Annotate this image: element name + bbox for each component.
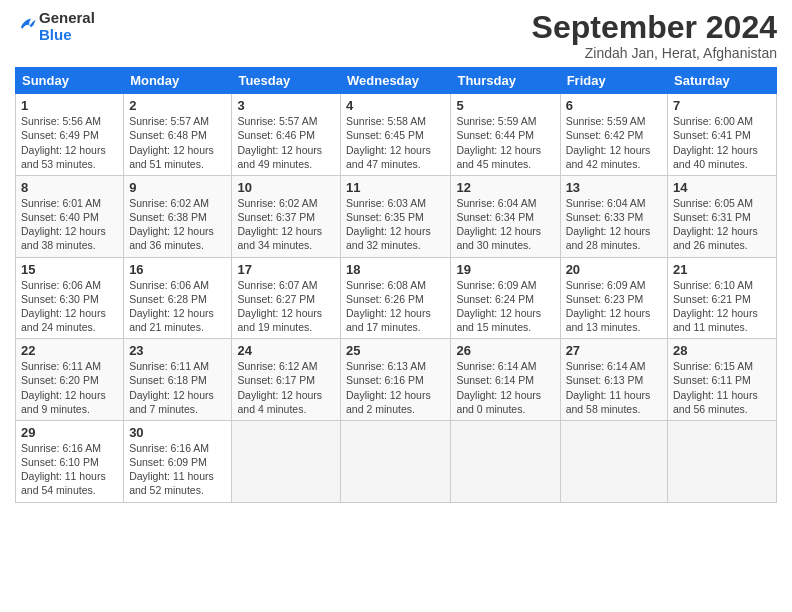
calendar-cell: 15Sunrise: 6:06 AMSunset: 6:30 PMDayligh… [16,257,124,339]
calendar-cell: 13Sunrise: 6:04 AMSunset: 6:33 PMDayligh… [560,175,667,257]
day-number: 16 [129,262,226,277]
day-number: 26 [456,343,554,358]
day-number: 19 [456,262,554,277]
calendar-header-row: SundayMondayTuesdayWednesdayThursdayFrid… [16,68,777,94]
calendar-cell: 26Sunrise: 6:14 AMSunset: 6:14 PMDayligh… [451,339,560,421]
day-number: 10 [237,180,335,195]
calendar-header-wednesday: Wednesday [341,68,451,94]
day-detail: Sunrise: 6:06 AMSunset: 6:28 PMDaylight:… [129,278,226,335]
day-detail: Sunrise: 6:09 AMSunset: 6:23 PMDaylight:… [566,278,662,335]
day-number: 13 [566,180,662,195]
calendar-week-2: 8Sunrise: 6:01 AMSunset: 6:40 PMDaylight… [16,175,777,257]
day-detail: Sunrise: 6:11 AMSunset: 6:20 PMDaylight:… [21,359,118,416]
day-number: 21 [673,262,771,277]
day-number: 12 [456,180,554,195]
day-detail: Sunrise: 5:57 AMSunset: 6:46 PMDaylight:… [237,114,335,171]
day-detail: Sunrise: 5:59 AMSunset: 6:44 PMDaylight:… [456,114,554,171]
calendar-cell: 23Sunrise: 6:11 AMSunset: 6:18 PMDayligh… [124,339,232,421]
calendar-cell: 20Sunrise: 6:09 AMSunset: 6:23 PMDayligh… [560,257,667,339]
calendar-cell: 10Sunrise: 6:02 AMSunset: 6:37 PMDayligh… [232,175,341,257]
day-detail: Sunrise: 6:04 AMSunset: 6:34 PMDaylight:… [456,196,554,253]
day-number: 11 [346,180,445,195]
day-detail: Sunrise: 6:05 AMSunset: 6:31 PMDaylight:… [673,196,771,253]
calendar-cell: 21Sunrise: 6:10 AMSunset: 6:21 PMDayligh… [668,257,777,339]
day-detail: Sunrise: 6:07 AMSunset: 6:27 PMDaylight:… [237,278,335,335]
header: General Blue September 2024 Zindah Jan, … [15,10,777,61]
calendar-cell: 2Sunrise: 5:57 AMSunset: 6:48 PMDaylight… [124,94,232,176]
day-detail: Sunrise: 6:02 AMSunset: 6:38 PMDaylight:… [129,196,226,253]
day-detail: Sunrise: 6:15 AMSunset: 6:11 PMDaylight:… [673,359,771,416]
title-block: September 2024 Zindah Jan, Herat, Afghan… [532,10,777,61]
day-detail: Sunrise: 6:14 AMSunset: 6:14 PMDaylight:… [456,359,554,416]
day-number: 22 [21,343,118,358]
day-number: 25 [346,343,445,358]
calendar-header-friday: Friday [560,68,667,94]
day-detail: Sunrise: 5:58 AMSunset: 6:45 PMDaylight:… [346,114,445,171]
day-number: 20 [566,262,662,277]
day-number: 1 [21,98,118,113]
day-number: 6 [566,98,662,113]
calendar-cell: 25Sunrise: 6:13 AMSunset: 6:16 PMDayligh… [341,339,451,421]
day-number: 18 [346,262,445,277]
day-number: 29 [21,425,118,440]
day-number: 3 [237,98,335,113]
calendar-cell: 30Sunrise: 6:16 AMSunset: 6:09 PMDayligh… [124,420,232,502]
calendar-header-tuesday: Tuesday [232,68,341,94]
calendar-cell: 4Sunrise: 5:58 AMSunset: 6:45 PMDaylight… [341,94,451,176]
calendar-cell: 14Sunrise: 6:05 AMSunset: 6:31 PMDayligh… [668,175,777,257]
day-detail: Sunrise: 6:00 AMSunset: 6:41 PMDaylight:… [673,114,771,171]
calendar-header-sunday: Sunday [16,68,124,94]
logo-bird-icon [15,14,37,36]
calendar-week-3: 15Sunrise: 6:06 AMSunset: 6:30 PMDayligh… [16,257,777,339]
day-number: 15 [21,262,118,277]
day-number: 5 [456,98,554,113]
day-number: 4 [346,98,445,113]
day-detail: Sunrise: 6:11 AMSunset: 6:18 PMDaylight:… [129,359,226,416]
calendar-week-5: 29Sunrise: 6:16 AMSunset: 6:10 PMDayligh… [16,420,777,502]
calendar-cell: 27Sunrise: 6:14 AMSunset: 6:13 PMDayligh… [560,339,667,421]
logo: General Blue [15,10,95,43]
day-number: 2 [129,98,226,113]
day-number: 24 [237,343,335,358]
calendar-cell: 1Sunrise: 5:56 AMSunset: 6:49 PMDaylight… [16,94,124,176]
calendar-cell: 11Sunrise: 6:03 AMSunset: 6:35 PMDayligh… [341,175,451,257]
calendar-cell: 29Sunrise: 6:16 AMSunset: 6:10 PMDayligh… [16,420,124,502]
day-detail: Sunrise: 6:16 AMSunset: 6:10 PMDaylight:… [21,441,118,498]
calendar-cell: 7Sunrise: 6:00 AMSunset: 6:41 PMDaylight… [668,94,777,176]
calendar-cell: 22Sunrise: 6:11 AMSunset: 6:20 PMDayligh… [16,339,124,421]
calendar-week-4: 22Sunrise: 6:11 AMSunset: 6:20 PMDayligh… [16,339,777,421]
page-container: General Blue September 2024 Zindah Jan, … [0,0,792,513]
calendar-header-saturday: Saturday [668,68,777,94]
logo-general-text: General [39,10,95,27]
day-detail: Sunrise: 6:08 AMSunset: 6:26 PMDaylight:… [346,278,445,335]
calendar-cell: 5Sunrise: 5:59 AMSunset: 6:44 PMDaylight… [451,94,560,176]
calendar-cell [668,420,777,502]
day-number: 27 [566,343,662,358]
calendar-cell: 28Sunrise: 6:15 AMSunset: 6:11 PMDayligh… [668,339,777,421]
calendar-cell: 17Sunrise: 6:07 AMSunset: 6:27 PMDayligh… [232,257,341,339]
location-title: Zindah Jan, Herat, Afghanistan [532,45,777,61]
day-number: 9 [129,180,226,195]
day-detail: Sunrise: 5:59 AMSunset: 6:42 PMDaylight:… [566,114,662,171]
calendar-cell: 3Sunrise: 5:57 AMSunset: 6:46 PMDaylight… [232,94,341,176]
month-title: September 2024 [532,10,777,45]
logo-blue-text: Blue [39,27,95,44]
day-number: 14 [673,180,771,195]
day-number: 17 [237,262,335,277]
day-number: 28 [673,343,771,358]
day-detail: Sunrise: 6:09 AMSunset: 6:24 PMDaylight:… [456,278,554,335]
calendar-cell: 24Sunrise: 6:12 AMSunset: 6:17 PMDayligh… [232,339,341,421]
calendar-cell: 18Sunrise: 6:08 AMSunset: 6:26 PMDayligh… [341,257,451,339]
calendar-cell: 16Sunrise: 6:06 AMSunset: 6:28 PMDayligh… [124,257,232,339]
calendar-header-monday: Monday [124,68,232,94]
day-number: 30 [129,425,226,440]
day-detail: Sunrise: 5:56 AMSunset: 6:49 PMDaylight:… [21,114,118,171]
day-detail: Sunrise: 6:12 AMSunset: 6:17 PMDaylight:… [237,359,335,416]
calendar-cell: 19Sunrise: 6:09 AMSunset: 6:24 PMDayligh… [451,257,560,339]
calendar-cell [341,420,451,502]
calendar-cell: 6Sunrise: 5:59 AMSunset: 6:42 PMDaylight… [560,94,667,176]
day-number: 8 [21,180,118,195]
calendar-week-1: 1Sunrise: 5:56 AMSunset: 6:49 PMDaylight… [16,94,777,176]
day-detail: Sunrise: 6:03 AMSunset: 6:35 PMDaylight:… [346,196,445,253]
calendar-cell: 9Sunrise: 6:02 AMSunset: 6:38 PMDaylight… [124,175,232,257]
